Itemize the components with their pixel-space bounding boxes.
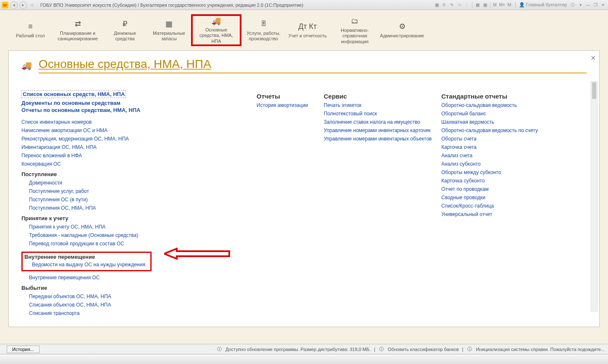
section-accept: Принятие к учету [21,215,257,221]
arrow-annotation [164,247,231,262]
nav-money[interactable]: ₽ Денежные средства [103,14,147,46]
section-move: Внутреннее перемещение [24,254,149,260]
link-item[interactable]: Анализ счета [441,152,563,159]
minimize-button[interactable]: — [584,2,591,8]
nav-planning[interactable]: ⇄ Планирование и санкционирование [52,14,103,46]
reports-column: Отчеты История амортизации [257,89,324,312]
os-taskbar[interactable] [0,354,608,364]
calc-icon[interactable]: ▦ [474,2,481,8]
info-icon[interactable]: ⓘ [569,2,576,8]
close-tab-button[interactable]: ✕ [590,54,596,62]
link-item[interactable]: Реконструкция, модернизация ОС, НМА, НПА [21,135,257,143]
memory-m-plus[interactable]: M+ [498,3,506,7]
link-item[interactable]: Внутренние перемещения ОС [29,274,257,281]
calendar-icon[interactable]: ▦ [482,2,488,8]
link-item[interactable]: Шахматная ведомость [441,118,563,126]
nav-admin[interactable]: ⚙ Администрирование [380,14,424,46]
truck-icon: 🚚 [21,60,32,70]
link-item[interactable]: Оборотно-сальдовая ведомость по счету [441,127,563,134]
toolbar-icon[interactable]: ⎘ [441,2,448,8]
nav-services[interactable]: 🎚 Услуги, работы, производство [241,14,286,46]
reports-title: Отчеты [257,93,324,100]
link-item[interactable]: Консервация ОС [21,160,257,168]
link-item[interactable]: Отчет по проводкам [441,185,563,193]
link-asset-reports[interactable]: Отчеты по основным средствам, НМА, НПА [21,107,257,113]
standard-title: Стандартные отчеты [441,93,563,100]
folder-icon: 🗂 [351,16,359,26]
link-item[interactable]: Карточка счета [441,143,563,151]
window-titlebar: 1c ◄ ► ☆ ГОБУ ВПО Университет искусств (… [0,0,608,10]
memory-m[interactable]: M [492,3,497,7]
status-banks[interactable]: Обновить классификатор банков [388,347,459,352]
link-asset-docs[interactable]: Документы по основным средствам [21,100,257,106]
status-update[interactable]: Доступно обновление программы. Размер ди… [225,347,371,352]
link-item[interactable]: Обороты между субконто [441,169,563,176]
link-issue-statements[interactable]: Ведомости на выдачу ОС на нужды учрежден… [32,261,149,268]
link-item[interactable]: Инвентаризация ОС, НМА, НПА [21,143,257,151]
link-item[interactable]: Полнотекстовый поиск [324,110,441,117]
link-item[interactable]: Универсальный отчет [441,211,563,218]
link-asset-list[interactable]: Список основных средств, НМА, НПА [21,90,126,98]
grid-icon: ▦ [165,19,173,29]
link-item[interactable]: Принятия к учету ОС, НМА, НПА [29,223,257,231]
nav-materials[interactable]: ▦ Материальные запасы [147,14,191,46]
scrollbar[interactable] [591,81,598,312]
service-title: Сервис [324,93,441,100]
maximize-button[interactable]: ❐ [592,2,599,8]
ruble-icon: ₽ [123,19,127,29]
forward-button[interactable]: ► [19,1,27,9]
memory-m-minus[interactable]: M- [507,3,514,7]
back-button[interactable]: ◄ [10,1,18,9]
sliders-icon: 🎚 [260,19,267,29]
section-disposal: Выбытие [21,285,257,291]
nav-assets[interactable]: 🚚 Основные средства, НМА, НПА [191,14,241,46]
link-item[interactable]: Карточка субконто [441,177,563,185]
link-item[interactable]: Оборотный баланс [441,110,563,117]
link-item[interactable]: Списания транспорта [29,309,257,316]
link-item[interactable]: Анализ субконто [441,160,563,168]
app-icon: 1c [2,2,8,8]
standard-column: Стандартные отчеты Оборотно-сальдовая ве… [441,89,563,312]
toolbar-icon[interactable]: ✎ [448,2,455,8]
menu-icon: ≡ [28,21,33,31]
nav-reference[interactable]: 🗂 Нормативно-справочная информация [330,14,380,46]
link-item[interactable]: Перенос вложений в НФА [21,152,257,159]
link-item[interactable]: Поступление услуг, работ [29,187,257,195]
link-item[interactable]: Заполнение ставок налога на имущество [324,118,441,126]
link-item[interactable]: Доверенности [29,179,257,187]
close-button[interactable]: ✕ [600,2,606,8]
star-icon[interactable]: ☆ [456,2,463,8]
user-label[interactable]: 👤 Главный бухгалтер [517,2,569,8]
link-item[interactable]: Обороты счета [441,135,563,143]
left-column: Список основных средств, НМА, НПА Докуме… [21,89,257,312]
link-item[interactable]: Начисление амортизации ОС и НМА [21,127,257,134]
nav-desktop[interactable]: ≡ Рабочий стол [8,14,52,46]
link-item[interactable]: Сводные проводки [441,194,563,201]
link-item[interactable]: Печать этикеток [324,101,441,109]
link-item[interactable]: Поступления ОС (в пути) [29,196,257,203]
link-item[interactable]: Поступления ОС, НМА, НПА [29,204,257,212]
history-button[interactable]: История... [7,346,39,353]
link-item[interactable]: Список инвентарных номеров [21,118,257,126]
star-icon[interactable]: ☆ [29,2,35,8]
highlight-internal-move: Внутреннее перемещение Ведомости на выда… [21,252,152,271]
window-title: ГОБУ ВПО Университет искусств (Субсидия)… [40,3,303,8]
toolbar-icon[interactable]: ⋮ [464,2,470,8]
gear-icon: ⚙ [399,21,406,31]
link-item[interactable]: Передачи объектов ОС, НМА, НПА [29,293,257,300]
truck-icon: 🚚 [212,16,221,26]
main-content: ✕ 🚚 Основные средства, НМА, НПА Список о… [8,50,600,327]
link-item[interactable]: Перевод готовой продукции в состав ОС [29,240,257,247]
link-item[interactable]: Оборотно-сальдовая ведомость [441,101,563,109]
page-title: Основные средства, НМА, НПА [39,57,587,73]
toolbar-icon[interactable]: ▦ [433,2,440,8]
link-item[interactable]: Список/Кросс-таблица [441,202,563,210]
link-item[interactable]: Требования - накладные (Основные средств… [29,231,257,239]
link-item[interactable]: Управление номерами инвентарных карточек [324,127,441,134]
dropdown-icon[interactable]: ▾ [577,2,584,8]
link-item[interactable]: История амортизации [257,101,324,109]
service-column: Сервис Печать этикетокПолнотекстовый пои… [324,89,441,312]
link-item[interactable]: Списания объектов ОС, НМА, НПА [29,301,257,309]
link-item[interactable]: Управление номерами инвентарных объектов [324,135,441,143]
nav-accounting[interactable]: Дт Кт Учет и отчетность [286,14,330,46]
